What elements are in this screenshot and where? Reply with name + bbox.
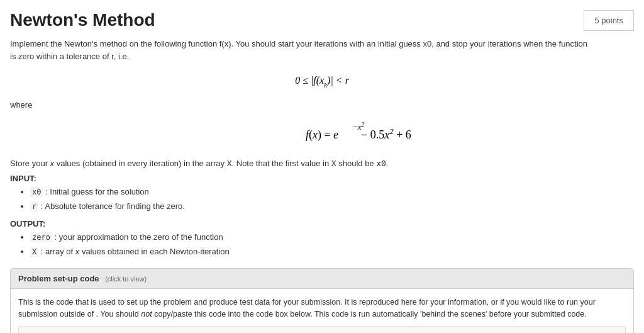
output-list: zero : your approximation to the zero of… (30, 230, 634, 259)
where-text: where (10, 100, 634, 110)
svg-text:f(x)
         = 
        e: f(x) = e (306, 128, 338, 142)
setup-code-block: import numpy as np import numpy.linalg a… (18, 326, 626, 333)
input-item-x0: x0 : Initial guess for the solution (30, 184, 634, 200)
page-wrapper: 5 points Newton's Method Implement the N… (10, 10, 634, 333)
problem-setup-header[interactable]: Problem set-up code (click to view) (11, 269, 633, 288)
input-label: INPUT: (10, 174, 634, 183)
description-text: Implement the Newton's method on the fol… (10, 38, 589, 62)
svg-text:0 ≤ |f(xk)| < r: 0 ≤ |f(xk)| < r (295, 75, 350, 89)
points-badge: 5 points (584, 10, 634, 31)
page-title: Newton's Method (10, 10, 634, 30)
setup-description-text: This is the code that is used to set up … (18, 296, 626, 320)
output-item-zero: zero : your approximation to the zero of… (30, 230, 634, 245)
output-item-X: X : array of x values obtained in each N… (30, 244, 634, 259)
input-list: x0 : Initial guess for the solution r : … (30, 184, 634, 214)
input-item-r: r : Absolute tolerance for finding the z… (30, 199, 634, 214)
problem-setup-title: Problem set-up code (18, 274, 99, 283)
problem-setup-body: This is the code that is used to set up … (11, 288, 633, 333)
svg-text:− 0.5x2 + 6: − 0.5x2 + 6 (361, 127, 411, 142)
problem-setup-section: Problem set-up code (click to view) This… (10, 268, 634, 333)
click-to-view-text: (click to view) (105, 275, 147, 283)
output-label: OUTPUT: (10, 219, 634, 229)
tolerance-formula: 0 ≤ |f(xk)| < r (10, 69, 634, 94)
store-text: Store your x values (obtained in every i… (10, 157, 634, 170)
function-formula: f(x) = e −x2 − 0.5x2 + 6 (10, 116, 634, 151)
